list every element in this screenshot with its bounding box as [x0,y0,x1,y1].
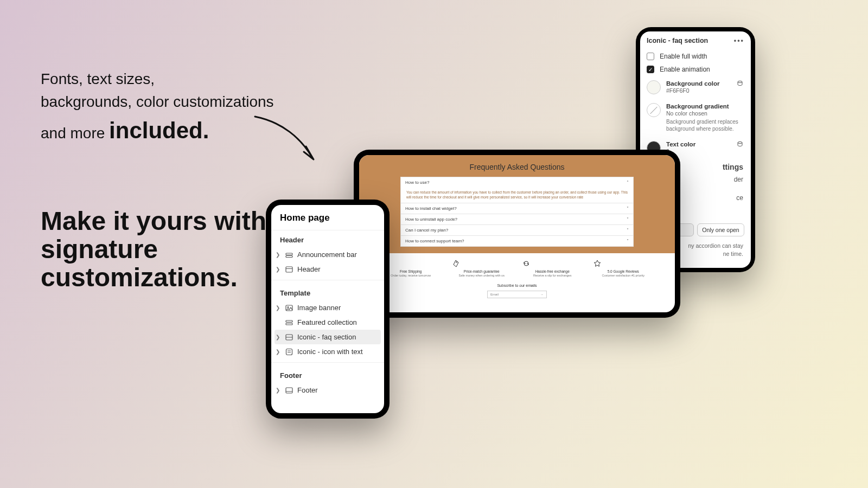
copy-line-a: Fonts, text sizes, [41,70,155,87]
svg-rect-10 [286,349,292,355]
footer-icon [285,387,293,394]
sidebar-item-featured-collection[interactable]: ❯Featured collection [271,315,384,330]
svg-rect-1 [286,255,292,257]
faq-question[interactable]: Can I cancel my plan?˅ [401,225,633,235]
sidebar-item-announcement-bar[interactable]: ❯Announcement bar [271,247,384,262]
bg-gradient-label: Background gradient [666,103,744,110]
sidebar-group-label: Template [271,284,384,300]
text-color-label: Text color [666,141,731,147]
copy-line-c-strong: included. [109,118,209,143]
image-icon [285,304,293,312]
svg-point-20 [738,142,742,143]
sidebar-item-label: Iconic - icon with text [297,348,363,356]
sidebar-item-label: Image banner [297,304,341,312]
trust-row: Free ShippingOrder today, receive tomorr… [359,253,675,280]
checkbox-unchecked-icon [647,53,654,60]
svg-rect-7 [286,323,292,325]
faq-item: How to use?˄You can reduce the amount of… [400,177,634,203]
dynamic-source-icon[interactable] [737,80,744,87]
svg-point-19 [738,81,742,82]
sidebar-item-label: Featured collection [297,318,357,326]
trust-item: Price-match guaranteeSafe money when ord… [452,260,512,277]
section-icon [285,333,293,341]
trust-heading: 5.0 Google Reviews [593,269,653,273]
preview-frame: Frequently Asked Questions How to use?˄Y… [354,150,680,318]
text-color-value: 3 [666,148,731,155]
sidebar-item-iconic-icon-with-text[interactable]: ❯Iconic - icon with text [271,344,384,359]
checkbox-checked-icon: ✓ [647,66,654,73]
chevron-right-icon: ❯ [275,334,281,340]
chevron-down-icon: ˅ [627,239,629,243]
sidebar-item-label: Announcement bar [297,251,357,259]
faq-question[interactable]: How to connect support team?˅ [401,236,633,246]
sidebar-item-iconic-faq-section[interactable]: ❯Iconic - faq section [275,330,381,344]
svg-rect-6 [286,320,292,322]
only-one-open-button[interactable]: Only one open [697,223,744,236]
faq-question[interactable]: How to use?˄ [401,177,633,188]
submit-arrow-icon[interactable]: → [540,293,544,296]
sidebar-item-label: Footer [297,386,318,394]
arrow-icon [250,108,336,174]
chevron-right-icon: ❯ [275,387,281,393]
background-color-row[interactable]: Background color #F6F6F0 [640,76,751,99]
svg-point-18 [456,262,457,263]
copy-line-c-prefix: and more [41,125,109,142]
collection-icon [285,319,293,326]
enable-animation-toggle[interactable]: ✓ Enable animation [640,63,751,76]
chevron-right-icon: ❯ [275,349,281,355]
svg-rect-0 [286,253,292,255]
trust-icon [381,260,441,268]
email-placeholder: Email [490,293,499,296]
iconwtext-icon [285,348,293,356]
bg-color-swatch [647,80,661,94]
trust-subtext: Customer satisfaction #1 priority [593,274,653,277]
faq-item: How to install chat widget?˅ [400,203,634,214]
chevron-down-icon: ˅ [627,217,629,222]
chevron-right-icon: ❯ [275,252,281,258]
trust-icon [522,260,582,268]
trust-heading: Free Shipping [381,269,441,273]
svg-rect-2 [286,267,292,272]
sidebar-item-header[interactable]: ❯Header [271,262,384,277]
sidebar-item-image-banner[interactable]: ❯Image banner [271,300,384,315]
more-icon[interactable]: ••• [734,37,744,44]
faq-item: How to uninstall app code?˅ [400,214,634,225]
background-gradient-row[interactable]: Background gradient No color chosen Back… [640,99,751,137]
faq-question-text: How to connect support team? [405,239,464,243]
preview-screen: Frequently Asked Questions How to use?˄Y… [359,155,675,312]
trust-heading: Hassle-free exchange [522,269,582,273]
sidebar-title: Home page [271,205,384,230]
sidebar-item-label: Iconic - faq section [297,333,356,341]
settings-title: Iconic - faq section [647,37,708,44]
sidebar-panel: Home page Header❯Announcement bar❯Header… [271,205,384,413]
bg-color-value: #F6F6F0 [666,87,731,94]
chevron-down-icon: ˅ [627,228,629,233]
sidebar-item-label: Header [297,265,321,273]
faq-question-text: How to use? [405,180,429,185]
copy-line-b: backgrounds, color customizations [41,93,274,110]
trust-icon [593,260,653,268]
faq-section: Frequently Asked Questions How to use?˄Y… [359,155,675,253]
faq-question[interactable]: How to uninstall app code?˅ [401,214,633,224]
faq-question-text: How to uninstall app code? [405,217,457,222]
chevron-right-icon: ❯ [275,305,281,311]
faq-question[interactable]: How to install chat widget?˅ [401,203,633,214]
header-icon [285,266,293,273]
bg-gradient-hint: Background gradient replaces background … [666,118,744,132]
chevron-right-icon: ❯ [275,266,281,272]
svg-rect-13 [286,388,292,393]
bg-color-label: Background color [666,80,731,87]
sidebar-panel-frame: Home page Header❯Announcement bar❯Header… [266,200,390,419]
faq-heading: Frequently Asked Questions [359,163,675,171]
faq-item: Can I cancel my plan?˅ [400,225,634,236]
faq-answer: You can reduce the amount of information… [401,188,633,203]
dynamic-source-icon[interactable] [737,141,744,147]
sidebar-item-footer[interactable]: ❯Footer [271,383,384,397]
trust-icon [452,260,512,268]
chevron-down-icon: ˅ [627,206,629,211]
trust-subtext: Receive a slip for exchanges [522,274,582,277]
enable-full-width-toggle[interactable]: Enable full width [640,50,751,63]
email-field[interactable]: Email → [487,291,547,298]
faq-item: How to connect support team?˅ [400,236,634,247]
announcement-icon [285,251,293,259]
